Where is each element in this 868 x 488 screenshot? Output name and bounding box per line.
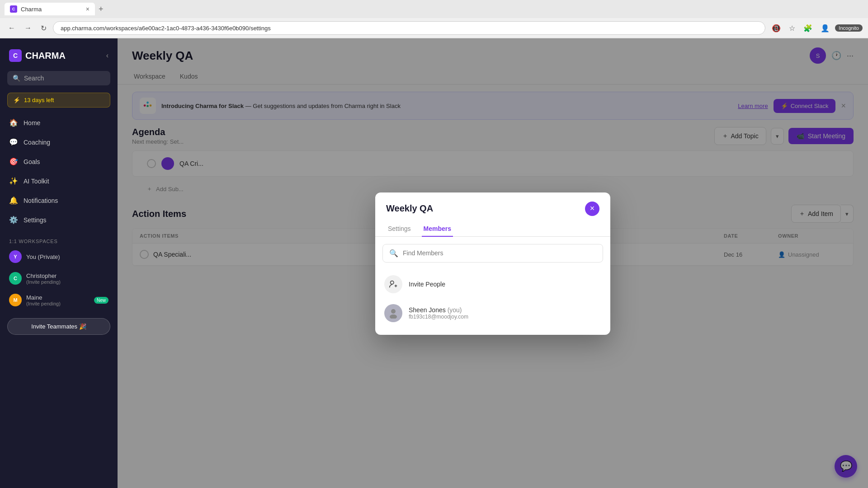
search-icon: 🔍 <box>389 249 398 258</box>
new-badge: New <box>94 297 108 304</box>
sidebar-collapse-button[interactable]: ‹ <box>106 52 108 60</box>
trial-text: 13 days left <box>24 97 54 103</box>
sidebar-item-label: Coaching <box>24 139 50 146</box>
sidebar-item-settings[interactable]: ⚙️ Settings <box>0 210 118 230</box>
sidebar-item-label: Settings <box>24 216 47 224</box>
workspace-info: Christopher (Invite pending) <box>26 272 61 285</box>
sidebar-item-label: AI Toolkit <box>24 178 49 185</box>
browser-actions: 📵 ☆ 🧩 👤 Incognito <box>769 22 863 34</box>
modal-header: Weekly QA × <box>375 192 610 216</box>
member-item-sheen[interactable]: Sheen Jones (you) fb193c18@moodjoy.com <box>375 299 610 328</box>
extension-icon[interactable]: 🧩 <box>801 22 815 34</box>
svg-point-7 <box>391 309 396 314</box>
workspace-item-maine[interactable]: M Maine (Invite pending) New <box>0 289 118 311</box>
tab-close-btn[interactable]: × <box>86 5 90 13</box>
goals-icon: 🎯 <box>9 157 18 166</box>
new-tab-button[interactable]: + <box>95 5 107 14</box>
incognito-badge: Incognito <box>835 24 863 32</box>
close-icon: × <box>590 204 595 213</box>
notifications-icon: 🔔 <box>9 196 18 205</box>
avatar-maine: M <box>9 294 22 306</box>
browser-titlebar: C Charma × + <box>0 0 868 18</box>
sidebar-logo-area: C CHARMA ‹ <box>0 46 118 71</box>
members-search-input[interactable] <box>403 249 596 257</box>
you-label: (you) <box>448 306 462 314</box>
sidebar-item-label: Home <box>24 119 40 127</box>
app-container: C CHARMA ‹ 🔍 🏠 Search ⚡ 13 days left 🏠 H… <box>0 38 868 488</box>
sidebar-search[interactable]: 🔍 🏠 Search <box>7 71 110 85</box>
home-icon: 🏠 <box>9 118 18 127</box>
invite-teammates-label: Invite Teammates 🎉 <box>31 323 86 330</box>
workspace-item-you-private[interactable]: Y You (Private) <box>0 246 118 267</box>
camera-off-icon[interactable]: 📵 <box>769 22 783 34</box>
invite-avatar <box>384 275 402 293</box>
trial-icon: ⚡ <box>13 97 20 103</box>
modal-close-button[interactable]: × <box>585 202 599 216</box>
back-button[interactable]: ← <box>5 22 18 34</box>
member-email-sheen: fb193c18@moodjoy.com <box>409 314 468 320</box>
tab-favicon: C <box>10 5 17 13</box>
modal-dialog: Weekly QA × Settings Members 🔍 <box>375 192 610 335</box>
sidebar-item-label: Notifications <box>24 197 58 204</box>
sidebar: C CHARMA ‹ 🔍 🏠 Search ⚡ 13 days left 🏠 H… <box>0 38 118 488</box>
profile-icon[interactable]: 👤 <box>818 22 832 34</box>
browser-controls: ← → ↻ app.charma.com/workspaces/a6e00ac2… <box>0 18 868 38</box>
workspace-name: Christopher <box>26 272 61 279</box>
search-icon: 🔍 <box>13 75 20 82</box>
browser-chrome: C Charma × + ← → ↻ app.charma.com/worksp… <box>0 0 868 38</box>
member-info-sheen: Sheen Jones (you) fb193c18@moodjoy.com <box>409 306 468 320</box>
svg-point-4 <box>391 281 394 284</box>
modal-tab-settings[interactable]: Settings <box>386 221 413 237</box>
members-search[interactable]: 🔍 <box>382 244 603 263</box>
modal-tab-members[interactable]: Members <box>422 221 453 237</box>
modal-tabs: Settings Members <box>375 216 610 237</box>
workspace-info: Maine (Invite pending) <box>26 294 61 306</box>
sidebar-item-goals[interactable]: 🎯 Goals <box>0 152 118 171</box>
sidebar-item-notifications[interactable]: 🔔 Notifications <box>0 191 118 210</box>
invite-pending-label: (Invite pending) <box>26 301 61 306</box>
search-placeholder-text: Search <box>24 75 44 82</box>
svg-point-8 <box>390 314 397 319</box>
workspaces-section-label: 1:1 Workspaces <box>0 235 118 246</box>
coaching-icon: 💬 <box>9 138 18 146</box>
url-text: app.charma.com/workspaces/a6e00ac2-1ac0-… <box>61 25 271 32</box>
member-name-text: Sheen Jones <box>409 306 448 314</box>
workspace-item-christopher[interactable]: C Christopher (Invite pending) <box>0 267 118 289</box>
avatar-christopher: C <box>9 272 22 285</box>
logo-label: CHARMA <box>25 51 66 61</box>
address-bar[interactable]: app.charma.com/workspaces/a6e00ac2-1ac0-… <box>53 21 765 35</box>
trial-badge: ⚡ 13 days left <box>7 93 110 108</box>
avatar-you: Y <box>9 250 22 263</box>
sidebar-item-ai-toolkit[interactable]: ✨ AI Toolkit <box>0 171 118 191</box>
settings-icon: ⚙️ <box>9 216 18 224</box>
member-name-sheen: Sheen Jones (you) <box>409 306 468 314</box>
modal-body: 🔍 <box>375 237 610 335</box>
sidebar-item-label: Goals <box>24 158 40 165</box>
bookmark-icon[interactable]: ☆ <box>786 22 798 34</box>
browser-tab[interactable]: C Charma × <box>5 3 95 15</box>
sidebar-item-home[interactable]: 🏠 Home <box>0 113 118 132</box>
invite-people-item[interactable]: Invite People <box>375 270 610 299</box>
member-avatar-sheen <box>384 304 402 322</box>
modal-title: Weekly QA <box>386 203 433 214</box>
tab-title: Charma <box>21 6 42 13</box>
workspace-label: You (Private) <box>26 253 60 260</box>
ai-toolkit-icon: ✨ <box>9 177 18 185</box>
sidebar-item-coaching[interactable]: 💬 Coaching <box>0 132 118 152</box>
modal-overlay[interactable]: Weekly QA × Settings Members 🔍 <box>118 38 868 488</box>
invite-pending-label: (Invite pending) <box>26 279 61 285</box>
invite-people-name: Invite People <box>409 281 445 288</box>
logo-icon: C <box>9 49 22 62</box>
workspace-name: Maine <box>26 294 61 301</box>
invite-people-info: Invite People <box>409 281 445 288</box>
app-logo: C CHARMA <box>9 49 66 62</box>
invite-teammates-button[interactable]: Invite Teammates 🎉 <box>7 318 110 335</box>
forward-button[interactable]: → <box>22 22 34 34</box>
reload-button[interactable]: ↻ <box>38 22 49 34</box>
main-content: Weekly QA S 🕐 ··· Workspace Kudos <box>118 38 868 488</box>
